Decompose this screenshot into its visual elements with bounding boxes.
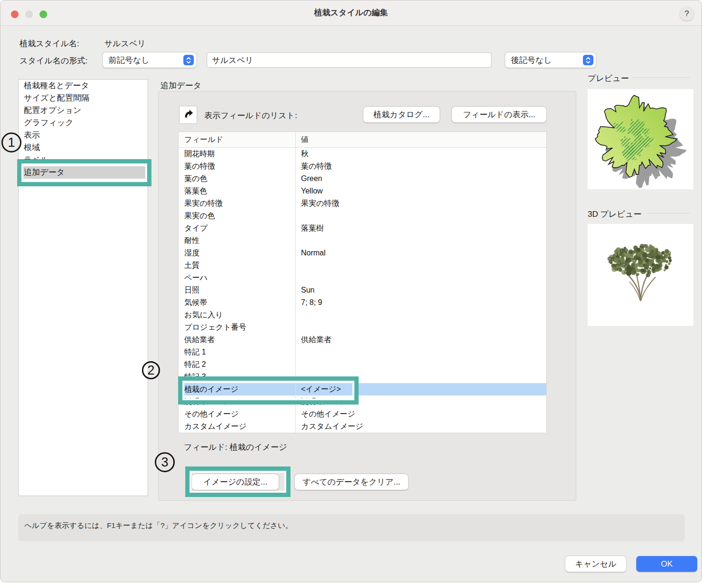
window-title: 植栽スタイルの編集 <box>0 0 702 25</box>
table-row[interactable]: 日照Sun <box>179 284 546 296</box>
show-fields-button[interactable]: フィールドの表示... <box>452 107 546 122</box>
value-cell: Sun <box>295 284 546 296</box>
value-cell <box>295 234 546 247</box>
value-cell <box>295 321 546 334</box>
table-row[interactable]: 特記 1 <box>179 346 546 358</box>
value-cell <box>295 358 546 371</box>
tree-3d-icon <box>588 224 693 326</box>
field-cell: 葉の特徴 <box>179 160 295 172</box>
panel-title: 追加データ <box>160 80 201 91</box>
prefix-dropdown-value: 前記号なし <box>109 55 150 66</box>
table-row[interactable]: 供給業者供給業者 <box>179 334 546 346</box>
annotation-step-1: 1 <box>1 132 21 152</box>
sidebar-item[interactable]: 植栽種名とデータ <box>19 80 148 92</box>
value-cell <box>295 259 546 272</box>
prefix-dropdown[interactable]: 前記号なし <box>103 52 196 68</box>
edit-plant-style-dialog: 植栽スタイルの編集 ? 植栽スタイル名: サルスベリ スタイル名の形式: 前記号… <box>0 0 702 582</box>
table-row[interactable]: ペーハ <box>179 272 546 284</box>
table-row[interactable]: 土質 <box>179 259 546 272</box>
field-cell: タイプ <box>179 222 295 234</box>
preview-3d-divider <box>646 213 690 213</box>
plant-catalog-button[interactable]: 植栽カタログ... <box>363 107 440 122</box>
plant-style-name-value: サルスベリ <box>104 38 146 49</box>
help-message-text: ヘルプを表示するには、F1キーまたは「?」アイコンをクリックしてください。 <box>24 521 293 531</box>
suffix-dropdown[interactable]: 後記号なし <box>505 52 596 68</box>
cancel-button[interactable]: キャンセル <box>565 556 626 572</box>
table-row[interactable]: 果実の特徴果実の特徴 <box>179 197 546 210</box>
field-cell: 気候帯 <box>179 296 295 309</box>
field-cell: 葉の色 <box>179 172 295 185</box>
help-message-box: ヘルプを表示するには、F1キーまたは「?」アイコンをクリックしてください。 <box>18 514 685 541</box>
value-cell: Yellow <box>295 185 546 197</box>
style-name-format-label: スタイル名の形式: <box>20 55 88 66</box>
preview-3d-image <box>588 224 693 326</box>
sidebar-item[interactable]: サイズと配置間隔 <box>19 92 148 104</box>
table-row[interactable]: プロジェクト番号 <box>179 321 546 334</box>
table-row[interactable]: 耐性 <box>179 234 546 247</box>
table-row[interactable]: 葉の特徴葉の特徴 <box>179 160 546 172</box>
field-cell: その他イメージ <box>179 408 295 420</box>
curved-arrow-icon <box>183 109 193 121</box>
field-cell: お気に入り <box>179 309 295 321</box>
field-cell: カスタムイメージ <box>179 420 295 433</box>
table-row[interactable]: 湿度Normal <box>179 247 546 259</box>
jump-arrow-button[interactable] <box>179 106 197 124</box>
table-row[interactable]: 特記 2 <box>179 358 546 371</box>
value-cell: 秋 <box>295 148 546 160</box>
field-cell: 耐性 <box>179 234 295 247</box>
value-cell: その他イメージ <box>295 408 546 420</box>
annotation-box-set-image <box>185 466 291 497</box>
sidebar-item[interactable]: グラフィック <box>19 117 148 129</box>
field-cell: 日照 <box>179 284 295 296</box>
style-name-input[interactable] <box>207 52 491 68</box>
annotation-box-selected-row <box>178 376 359 405</box>
value-cell <box>295 346 546 358</box>
selected-field-label: フィールド: 植栽のイメージ <box>184 442 287 453</box>
value-cell: Normal <box>295 247 546 259</box>
ok-button[interactable]: OK <box>636 556 697 572</box>
table-row[interactable]: お気に入り <box>179 309 546 321</box>
table-row[interactable]: 果実の色 <box>179 210 546 222</box>
table-row[interactable]: その他イメージその他イメージ <box>179 408 546 420</box>
table-row[interactable]: 開花時期秋 <box>179 148 546 160</box>
help-button[interactable]: ? <box>680 7 694 21</box>
plan-preview-image <box>588 89 693 189</box>
value-cell: 7; 8; 9 <box>295 296 546 309</box>
preview-3d-label: 3D プレビュー <box>588 209 642 220</box>
value-column-header: 値 <box>295 135 546 145</box>
value-cell <box>295 272 546 284</box>
table-row[interactable]: 葉の色Green <box>179 172 546 185</box>
value-cell: 葉の特徴 <box>295 160 546 172</box>
plant-style-name-label: 植栽スタイル名: <box>20 38 79 49</box>
plan-tree-symbol-icon <box>588 89 693 189</box>
value-cell <box>295 309 546 321</box>
value-cell: 供給業者 <box>295 334 546 346</box>
dropdown-stepper-icon <box>183 55 194 65</box>
field-cell: 開花時期 <box>179 148 295 160</box>
annotation-step-3: 3 <box>155 452 175 472</box>
table-row[interactable]: タイプ落葉樹 <box>179 222 546 234</box>
value-cell: 落葉樹 <box>295 222 546 234</box>
titlebar: 植栽スタイルの編集 ? <box>0 0 702 26</box>
value-cell: 果実の特徴 <box>295 197 546 210</box>
field-cell: ペーハ <box>179 272 295 284</box>
table-row[interactable]: 気候帯7; 8; 9 <box>179 296 546 309</box>
field-cell: 特記 2 <box>179 358 295 371</box>
clear-all-data-button[interactable]: すべてのデータをクリア... <box>295 474 408 490</box>
sidebar-item[interactable]: 配置オプション <box>19 104 148 117</box>
field-cell: 果実の特徴 <box>179 197 295 210</box>
sidebar-item[interactable]: 根域 <box>19 142 148 154</box>
field-cell: 特記 1 <box>179 346 295 358</box>
annotation-step-2: 2 <box>142 361 160 379</box>
preview-label: プレビュー <box>588 73 629 84</box>
field-cell: 土質 <box>179 259 295 272</box>
suffix-dropdown-value: 後記号なし <box>511 55 552 66</box>
table-header: フィールド 値 <box>179 132 546 148</box>
fields-list-label: 表示フィールドのリスト: <box>204 110 297 121</box>
settings-category-list: 植栽種名とデータサイズと配置間隔配置オプショングラフィック表示根域ラベル追加デー… <box>18 79 148 496</box>
dropdown-stepper-icon <box>583 55 593 65</box>
value-cell: カスタムイメージ <box>295 420 546 433</box>
table-row[interactable]: カスタムイメージカスタムイメージ <box>179 420 546 433</box>
table-row[interactable]: 落葉色Yellow <box>179 185 546 197</box>
sidebar-item[interactable]: 表示 <box>19 129 148 142</box>
